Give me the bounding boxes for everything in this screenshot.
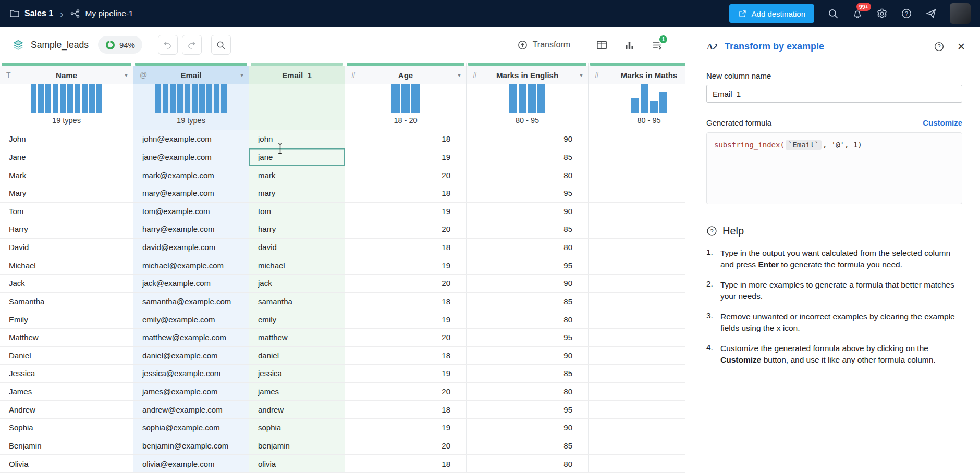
- table-cell[interactable]: jack: [249, 275, 345, 292]
- table-cell[interactable]: 20: [345, 166, 467, 184]
- table-cell[interactable]: harry@example.com: [133, 220, 249, 238]
- steps-list-icon[interactable]: 1: [651, 39, 663, 51]
- table-cell[interactable]: [589, 383, 685, 401]
- table-cell[interactable]: 18: [345, 130, 467, 148]
- column-header-age[interactable]: #Age▾18 - 20: [345, 63, 467, 130]
- data-quality-indicator[interactable]: 94%: [98, 36, 142, 54]
- table-cell[interactable]: [589, 293, 685, 310]
- breadcrumb-pipeline[interactable]: My pipeline-1: [85, 9, 133, 18]
- add-destination-button[interactable]: Add destination: [729, 4, 814, 23]
- table-cell[interactable]: Mary: [0, 184, 133, 202]
- table-cell[interactable]: Mark: [0, 166, 133, 184]
- table-cell[interactable]: jessica@example.com: [133, 365, 249, 382]
- table-cell[interactable]: [589, 148, 685, 166]
- table-cell[interactable]: andrew@example.com: [133, 401, 249, 418]
- panel-close-icon[interactable]: ✕: [957, 42, 965, 52]
- column-header-name[interactable]: TName▾19 types: [0, 63, 133, 130]
- search-icon[interactable]: [827, 8, 839, 19]
- table-cell[interactable]: Andrew: [0, 401, 133, 418]
- table-cell[interactable]: [589, 437, 685, 455]
- column-header-email_1[interactable]: Email_1: [249, 63, 345, 130]
- table-cell[interactable]: 95: [467, 256, 589, 274]
- table-cell[interactable]: samantha: [249, 293, 345, 310]
- table-cell[interactable]: olivia@example.com: [133, 455, 249, 472]
- table-cell[interactable]: mary@example.com: [133, 184, 249, 202]
- column-header-marks_in_english[interactable]: #Marks in English▾80 - 95: [467, 63, 589, 130]
- undo-button[interactable]: [158, 35, 178, 55]
- column-header-marks_in_maths[interactable]: #Marks in Maths▾80 - 95: [589, 63, 685, 130]
- table-view-icon[interactable]: [596, 39, 608, 51]
- table-cell[interactable]: 85: [467, 365, 589, 382]
- table-cell[interactable]: daniel@example.com: [133, 347, 249, 365]
- table-cell[interactable]: 19: [345, 310, 467, 328]
- settings-gear-icon[interactable]: [876, 8, 888, 19]
- table-cell[interactable]: michael@example.com: [133, 256, 249, 274]
- table-cell[interactable]: jessica: [249, 365, 345, 382]
- table-cell[interactable]: 18: [345, 401, 467, 418]
- table-cell[interactable]: michael: [249, 256, 345, 274]
- table-cell[interactable]: Harry: [0, 220, 133, 238]
- table-cell[interactable]: 18: [345, 239, 467, 256]
- table-cell[interactable]: 19: [345, 419, 467, 437]
- help-icon[interactable]: ?: [901, 8, 912, 19]
- table-cell[interactable]: sophia: [249, 419, 345, 437]
- table-cell[interactable]: [589, 275, 685, 292]
- table-cell[interactable]: emily: [249, 310, 345, 328]
- table-cell[interactable]: 20: [345, 437, 467, 455]
- panel-help-icon[interactable]: ?: [934, 41, 945, 52]
- table-cell[interactable]: mark@example.com: [133, 166, 249, 184]
- table-cell[interactable]: [589, 166, 685, 184]
- table-cell[interactable]: John: [0, 130, 133, 148]
- table-cell[interactable]: Jessica: [0, 365, 133, 382]
- table-cell[interactable]: Matthew: [0, 329, 133, 346]
- notifications-bell-icon[interactable]: 99+: [852, 8, 863, 19]
- chart-view-icon[interactable]: [623, 39, 635, 51]
- table-cell[interactable]: Jane: [0, 148, 133, 166]
- send-icon[interactable]: [925, 8, 937, 19]
- table-cell[interactable]: 20: [345, 275, 467, 292]
- table-cell[interactable]: andrew: [249, 401, 345, 418]
- table-cell[interactable]: sophia@example.com: [133, 419, 249, 437]
- table-cell[interactable]: [589, 130, 685, 148]
- table-cell[interactable]: jack@example.com: [133, 275, 249, 292]
- redo-button[interactable]: [182, 35, 202, 55]
- table-cell[interactable]: Tom: [0, 203, 133, 220]
- breadcrumb-project[interactable]: Sales 1: [24, 9, 53, 18]
- table-cell[interactable]: 80: [467, 383, 589, 401]
- table-cell[interactable]: tom: [249, 203, 345, 220]
- table-cell[interactable]: 20: [345, 220, 467, 238]
- table-cell[interactable]: Benjamin: [0, 437, 133, 455]
- table-cell[interactable]: daniel: [249, 347, 345, 365]
- customize-link[interactable]: Customize: [923, 118, 962, 127]
- table-cell[interactable]: [589, 347, 685, 365]
- column-header-email[interactable]: @Email▾19 types: [133, 63, 249, 130]
- table-cell[interactable]: 80: [467, 239, 589, 256]
- table-cell[interactable]: david@example.com: [133, 239, 249, 256]
- table-cell[interactable]: [589, 184, 685, 202]
- table-cell[interactable]: Emily: [0, 310, 133, 328]
- table-cell[interactable]: emily@example.com: [133, 310, 249, 328]
- table-cell[interactable]: 20: [345, 329, 467, 346]
- table-cell[interactable]: 95: [467, 401, 589, 418]
- table-cell[interactable]: 19: [345, 256, 467, 274]
- table-cell[interactable]: Samantha: [0, 293, 133, 310]
- table-cell[interactable]: James: [0, 383, 133, 401]
- column-menu-icon[interactable]: ▾: [240, 71, 243, 79]
- table-cell[interactable]: 20: [345, 383, 467, 401]
- table-cell[interactable]: jane: [249, 148, 345, 166]
- table-cell[interactable]: olivia: [249, 455, 345, 472]
- table-cell[interactable]: 90: [467, 130, 589, 148]
- table-cell[interactable]: david: [249, 239, 345, 256]
- table-cell[interactable]: [589, 329, 685, 346]
- generated-formula-box[interactable]: substring_index(`Email`, '@', 1): [706, 132, 962, 204]
- table-cell[interactable]: james: [249, 383, 345, 401]
- table-cell[interactable]: samantha@example.com: [133, 293, 249, 310]
- table-cell[interactable]: Jack: [0, 275, 133, 292]
- table-cell[interactable]: tom@example.com: [133, 203, 249, 220]
- table-cell[interactable]: [589, 203, 685, 220]
- table-cell[interactable]: benjamin: [249, 437, 345, 455]
- table-cell[interactable]: [589, 419, 685, 437]
- column-menu-icon[interactable]: ▾: [458, 71, 461, 79]
- table-cell[interactable]: [589, 455, 685, 472]
- table-cell[interactable]: 85: [467, 148, 589, 166]
